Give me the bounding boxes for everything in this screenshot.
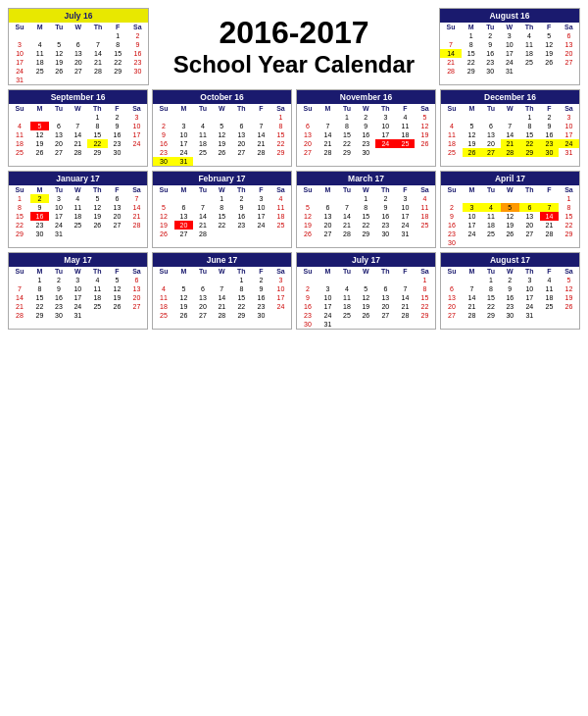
cal-nov16: November 16 SuMTuWThFSa 12345 6789101112…	[296, 89, 436, 167]
cal-oct16-header: October 16	[153, 90, 291, 104]
top-row: July 16 SuMTuWThFSa 12 3456789 101112131…	[8, 8, 580, 85]
cal-jul17-header: July 17	[297, 253, 435, 267]
cal-jun17-header: June 17	[153, 253, 291, 267]
cal-apr17: April 17 SuMTuWThFSa 1 2345678 910111213…	[440, 171, 580, 248]
cal-jul17: July 17 SuMTuWThFSa 1 2345678 9101112131…	[296, 252, 436, 330]
cal-may17-header: May 17	[9, 253, 147, 267]
cal-mar17-header: March 17	[297, 172, 435, 185]
cal-august16: August 16 SuMTuWThFSa 123456 78910111213…	[439, 8, 580, 85]
cal-aug17: August 17 SuMTuWThFSa 12345 6789101112 1…	[440, 252, 580, 330]
calendar-subtitle: School Year Calendar	[173, 51, 415, 78]
cal-jan17-header: January 17	[9, 172, 147, 185]
cal-may17: May 17 SuMTuWThFSa 123456 78910111213 14…	[8, 252, 148, 330]
cal-dec16: December 16 SuMTuWThFSa 123 45678910 111…	[440, 89, 580, 167]
page-container: July 16 SuMTuWThFSa 12 3456789 101112131…	[8, 8, 580, 330]
cal-sep16: September 16 SuMTuWThFSa 123 45678910 11…	[8, 89, 148, 167]
page-title-area: 2016-2017 School Year Calendar	[153, 8, 435, 85]
cal-mar17: March 17 SuMTuWThFSa 1234 567891011 1213…	[296, 171, 436, 248]
cal-july16: July 16 SuMTuWThFSa 12 3456789 101112131…	[8, 8, 149, 85]
row-fall: September 16 SuMTuWThFSa 123 45678910 11…	[8, 89, 580, 167]
cal-feb17: February 17 SuMTuWThFSa 1234 567891011 1…	[152, 171, 292, 248]
cal-apr17-header: April 17	[441, 172, 579, 185]
cal-dec16-header: December 16	[441, 90, 579, 104]
cal-nov16-header: November 16	[297, 90, 435, 104]
row-spring: May 17 SuMTuWThFSa 123456 78910111213 14…	[8, 252, 580, 330]
cal-jan17: January 17 SuMTuWThFSa 1234567 891011121…	[8, 171, 148, 248]
cal-aug17-header: August 17	[441, 253, 579, 267]
row-winter: January 17 SuMTuWThFSa 1234567 891011121…	[8, 171, 580, 248]
cal-jun17: June 17 SuMTuWThFSa 123 45678910 1112131…	[152, 252, 292, 330]
cal-sep16-header: September 16	[9, 90, 147, 104]
cal-august16-header: August 16	[440, 9, 579, 23]
cal-july16-header: July 16	[9, 9, 148, 23]
cal-feb17-header: February 17	[153, 172, 291, 185]
year-title: 2016-2017	[219, 15, 368, 51]
cal-oct16: October 16 SuMTuWThFSa 1 2345678 9101112…	[152, 89, 292, 167]
